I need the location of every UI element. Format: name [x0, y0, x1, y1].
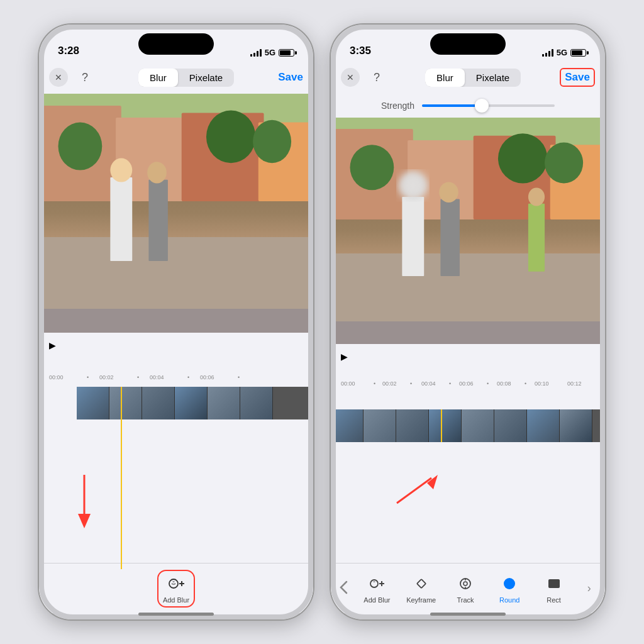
svg-marker-15 — [78, 514, 91, 528]
slider-fill — [422, 104, 482, 107]
save-button-2[interactable]: Save — [560, 68, 595, 87]
keyframe-label: Keyframe — [406, 596, 436, 604]
blur-tab-1[interactable]: Blur — [138, 69, 178, 87]
svg-point-38 — [370, 580, 378, 587]
rect-icon — [544, 574, 564, 594]
video-area-1 — [39, 94, 313, 333]
pixelate-tab-2[interactable]: Pixelate — [465, 69, 521, 87]
filmstrip-2 — [331, 409, 605, 442]
film-frame-2 — [109, 387, 142, 419]
strength-slider[interactable] — [422, 104, 555, 107]
strength-bar: Strength — [331, 94, 605, 118]
close-button-2[interactable]: ✕ — [341, 68, 360, 87]
battery-1 — [279, 49, 294, 57]
p2-film-3 — [396, 409, 429, 442]
svg-rect-9 — [110, 177, 132, 261]
home-indicator-2 — [430, 613, 506, 616]
svg-point-30 — [399, 172, 427, 199]
dynamic-island-1 — [138, 33, 214, 55]
keyframe-tool[interactable]: Keyframe — [402, 574, 440, 604]
help-button-1[interactable]: ? — [75, 68, 94, 87]
battery-fill-2 — [572, 50, 582, 55]
p2-ruler-8: 00:08 — [497, 380, 511, 387]
p2-ruler-0: 00:00 — [341, 380, 355, 387]
street-scene-1 — [39, 94, 313, 333]
film-frame-1 — [77, 387, 109, 419]
svg-point-32 — [439, 182, 458, 203]
svg-rect-33 — [528, 204, 545, 272]
film-frame-6 — [240, 387, 273, 419]
dynamic-island-2 — [430, 33, 506, 55]
video-area-2 — [331, 118, 605, 344]
round-label: Round — [499, 596, 519, 604]
rect-tool[interactable]: Rect — [535, 574, 573, 604]
p2-film-6 — [494, 409, 527, 442]
strength-label: Strength — [381, 101, 414, 111]
add-blur-icon-2 — [367, 574, 387, 594]
video-frame-2 — [331, 118, 605, 344]
timeline-2: 00:00 • 00:02 • 00:04 • 00:06 • 00:08 • … — [331, 377, 605, 569]
round-tool[interactable]: Round — [491, 574, 528, 604]
help-button-2[interactable]: ? — [367, 68, 386, 87]
ruler-mark-2: 00:02 — [99, 374, 114, 380]
svg-point-43 — [464, 582, 467, 586]
film-frame-3 — [142, 387, 175, 419]
add-blur-icon — [166, 574, 186, 594]
svg-point-34 — [528, 188, 545, 206]
add-blur-tool-2[interactable]: Add Blur — [358, 574, 396, 604]
svg-rect-41 — [417, 579, 426, 587]
add-blur-tool[interactable]: Add Blur — [157, 570, 195, 608]
svg-rect-28 — [402, 197, 424, 276]
p2-ruler-1: • — [374, 380, 375, 387]
add-blur-label: Add Blur — [163, 596, 189, 604]
status-icons-2: 5G — [542, 48, 586, 57]
p2-film-4 — [429, 409, 462, 442]
svg-rect-47 — [548, 579, 560, 588]
ruler-mark-7: • — [238, 374, 240, 380]
round-icon — [499, 574, 519, 594]
save-button-1[interactable]: Save — [278, 71, 303, 84]
street-scene-2 — [331, 118, 605, 344]
play-button-1[interactable]: ▶ — [49, 340, 56, 350]
playhead-1 — [121, 387, 122, 569]
slider-thumb[interactable] — [475, 99, 489, 113]
p2-ruler-7: • — [487, 380, 489, 387]
battery-fill-1 — [280, 50, 291, 55]
phone-1: 3:28 5G ✕ ? Blur Pixelate Save — [38, 23, 314, 621]
svg-point-12 — [147, 162, 167, 183]
play-button-2[interactable]: ▶ — [341, 352, 348, 362]
playhead-2: ▼ — [441, 409, 442, 442]
svg-rect-11 — [148, 180, 168, 261]
ruler-mark-3: • — [137, 374, 139, 380]
p2-ruler-2: 00:02 — [382, 380, 397, 387]
more-tool[interactable]: › — [579, 579, 599, 599]
film-frame-4 — [175, 387, 208, 419]
back-button[interactable] — [336, 578, 352, 599]
network-type-1: 5G — [265, 48, 275, 57]
svg-point-46 — [504, 578, 515, 589]
bottom-toolbar-2: Add Blur Keyframe — [331, 563, 605, 613]
track-tool[interactable]: Track — [447, 574, 484, 604]
blur-tab-2[interactable]: Blur — [425, 69, 465, 87]
p2-ruler-4: 00:04 — [421, 380, 436, 387]
ruler-mark-1: • — [87, 374, 89, 380]
filmstrip-1 — [77, 387, 313, 419]
video-frame-1 — [39, 94, 313, 333]
play-area-2: ▶ — [331, 344, 605, 379]
close-button-1[interactable]: ✕ — [49, 68, 68, 87]
ruler-mark-5: • — [187, 374, 189, 380]
play-area-1: ▶ — [39, 333, 313, 370]
p2-film-5 — [462, 409, 494, 442]
p2-film-2 — [364, 409, 396, 442]
signal-bars-1 — [250, 49, 262, 57]
toolbar-2: ✕ ? Blur Pixelate Save — [331, 61, 605, 94]
pixelate-tab-1[interactable]: Pixelate — [178, 69, 234, 87]
svg-point-6 — [206, 111, 255, 164]
svg-rect-31 — [440, 199, 460, 276]
p2-film-8 — [560, 409, 592, 442]
svg-rect-13 — [39, 309, 313, 333]
power-button-2 — [605, 150, 606, 194]
time-1: 3:28 — [58, 45, 79, 57]
p2-film-1 — [331, 409, 364, 442]
p2-ruler-10: 00:10 — [535, 380, 549, 387]
